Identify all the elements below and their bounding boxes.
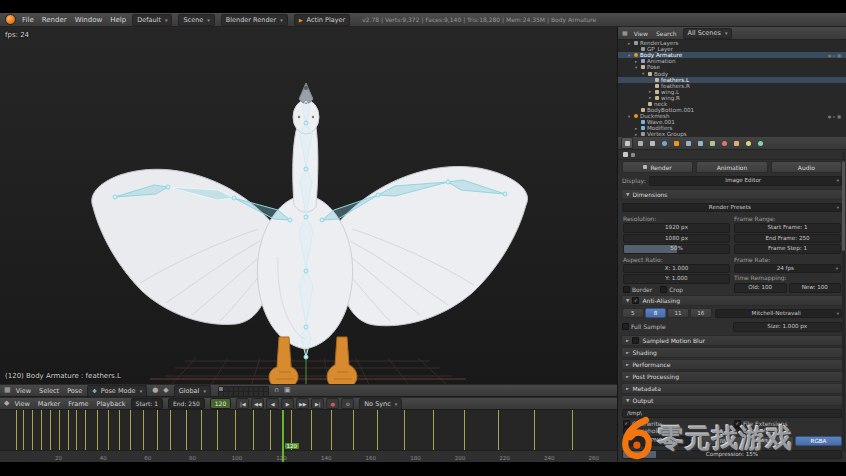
properties-scrollbar[interactable]	[842, 151, 845, 451]
viewport-3d[interactable]: fps: 24 (120) Body Armature : feathers.L	[0, 27, 617, 384]
panel-output[interactable]: ▼ Output	[621, 395, 843, 406]
tab-constraints[interactable]	[683, 138, 693, 148]
aa-size-field[interactable]: Size: 1.000 px	[733, 322, 843, 332]
mode-dropdown[interactable]: ✥ Pose Mode ▾	[87, 385, 147, 397]
keyframe-line[interactable]	[235, 410, 236, 451]
outliner-editor-icon[interactable]: ▦	[622, 30, 628, 36]
motion-blur-checkbox[interactable]	[632, 337, 639, 344]
anti-aliasing-checkbox[interactable]: ✓	[632, 297, 639, 304]
crop-checkbox[interactable]	[660, 286, 667, 293]
jump-start-button[interactable]: |◀	[236, 398, 249, 409]
aa-filter-dropdown[interactable]: Mitchell-Netravali▾	[715, 309, 842, 319]
menu-view[interactable]: View	[16, 387, 31, 395]
keyframe-line[interactable]	[41, 410, 42, 451]
aa-samples-8-button[interactable]: 8	[645, 308, 667, 318]
render-presets-dropdown[interactable]: Render Presets▾	[622, 203, 842, 213]
menu-render[interactable]: Render	[42, 16, 67, 24]
full-sample-checkbox[interactable]	[622, 323, 629, 330]
tab-material[interactable]	[719, 138, 729, 148]
keyframe-line[interactable]	[253, 410, 254, 451]
sync-dropdown[interactable]: No Sync ▾	[359, 398, 402, 410]
screen-layout-dropdown[interactable]: Default ▾	[132, 14, 172, 26]
keyframe-line[interactable]	[201, 410, 202, 451]
display-dropdown[interactable]: Image Editor▾	[649, 176, 842, 186]
menu-marker[interactable]: Marker	[38, 400, 60, 408]
tab-object[interactable]	[671, 138, 681, 148]
keyframe-line[interactable]	[130, 410, 131, 451]
keyframe-line[interactable]	[353, 410, 354, 451]
menu-playback[interactable]: Playback	[97, 400, 126, 408]
menu-window[interactable]: Window	[75, 16, 103, 24]
keyframe-line[interactable]	[23, 410, 24, 451]
remap-new-field[interactable]: New: 100	[789, 283, 842, 293]
play-button[interactable]: ▶	[281, 398, 294, 409]
player-button[interactable]: ▶ Actin Player	[294, 14, 351, 26]
menu-frame[interactable]: Frame	[68, 400, 88, 408]
panel-post-processing[interactable]: ►Post Processing	[621, 371, 843, 382]
layers-widget[interactable]	[218, 386, 267, 395]
keyframe-line[interactable]	[170, 410, 171, 451]
resolution-percentage-slider[interactable]: 50%	[623, 244, 730, 254]
keyframe-line[interactable]	[119, 410, 120, 451]
remap-old-field[interactable]: Old: 100	[734, 283, 787, 293]
tab-world[interactable]	[659, 138, 669, 148]
keyframe-line[interactable]	[68, 410, 69, 451]
keyframe-line[interactable]	[50, 410, 51, 451]
menu-select[interactable]: Select	[39, 387, 59, 395]
keyframe-line[interactable]	[108, 410, 109, 451]
keyframe-line[interactable]	[433, 410, 434, 451]
menu-view[interactable]: View	[634, 30, 648, 37]
timeline-canvas[interactable]: 20406080100120140160180200220240260 120	[0, 410, 617, 462]
render-animation-button[interactable]: Animation	[696, 161, 767, 173]
keyframe-line[interactable]	[377, 410, 378, 451]
frame-start-field[interactable]: Start: 1	[131, 398, 163, 409]
frame-rate-dropdown[interactable]: 24 fps▾	[734, 264, 841, 274]
keyframe-line[interactable]	[97, 410, 98, 451]
menu-pose[interactable]: Pose	[67, 387, 82, 395]
tab-particles[interactable]	[743, 138, 753, 148]
auto-key-icon[interactable]: ⊙	[341, 398, 354, 409]
panel-motion-blur[interactable]: ► Sampled Motion Blur	[621, 335, 843, 346]
play-reverse-button[interactable]: ◀	[266, 398, 279, 409]
tab-physics[interactable]	[755, 138, 765, 148]
aa-samples-16-button[interactable]: 16	[690, 308, 712, 318]
timeline-ruler[interactable]: 20406080100120140160180200220240260	[0, 450, 617, 462]
viewport-shading-icon[interactable]: ●	[152, 387, 158, 394]
keyframe-line[interactable]	[76, 410, 77, 451]
menu-file[interactable]: File	[22, 16, 34, 24]
pivot-point-icon[interactable]: ◆	[163, 387, 168, 394]
timeline-editor-icon[interactable]: ◆	[4, 400, 9, 407]
menu-help[interactable]: Help	[110, 16, 126, 24]
keyframe-line[interactable]	[270, 410, 271, 451]
render-button[interactable]: Render	[622, 161, 693, 173]
keyframe-line[interactable]	[534, 410, 535, 451]
panel-performance[interactable]: ►Performance	[621, 359, 843, 370]
visibility-toggle-icons[interactable]: ●▸■	[828, 53, 843, 58]
jump-end-button[interactable]: ▶|	[311, 398, 324, 409]
visibility-toggle-icons[interactable]: ●▸■	[828, 114, 843, 119]
tab-modifiers[interactable]	[695, 138, 705, 148]
snap-magnet-icon[interactable]: ∩	[274, 387, 279, 394]
resolution-y-field[interactable]: 1080 px	[623, 234, 730, 244]
keyframe-line[interactable]	[32, 410, 33, 451]
tab-render-layers[interactable]	[635, 138, 645, 148]
blender-logo-icon[interactable]	[5, 14, 16, 25]
left-wing[interactable]	[92, 169, 274, 324]
current-frame-line[interactable]	[282, 410, 284, 462]
keyframe-line[interactable]	[85, 410, 86, 451]
tab-scene[interactable]	[647, 138, 657, 148]
tab-render[interactable]	[621, 137, 633, 149]
start-frame-field[interactable]: Start Frame: 1	[734, 223, 841, 233]
tab-texture[interactable]	[731, 138, 741, 148]
panel-anti-aliasing[interactable]: ▼ ✓ Anti-Aliasing	[621, 295, 843, 306]
right-wing[interactable]	[337, 166, 528, 325]
keyframe-line[interactable]	[143, 410, 144, 451]
keyframe-line[interactable]	[404, 410, 405, 451]
resolution-x-field[interactable]: 1920 px	[623, 223, 730, 233]
keyframe-line[interactable]	[498, 410, 499, 451]
keyframe-line[interactable]	[311, 410, 312, 451]
render-audio-button[interactable]: Audio	[771, 161, 842, 173]
panel-shading[interactable]: ►Shading	[621, 347, 843, 358]
panel-metadata[interactable]: ►Metadata	[621, 383, 843, 394]
transform-orientation-dropdown[interactable]: Global ▾	[174, 385, 211, 397]
